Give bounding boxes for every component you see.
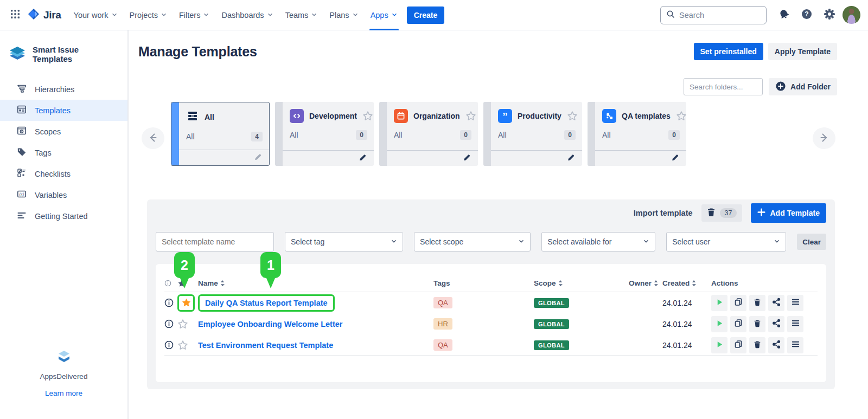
star-outline-icon[interactable] (676, 111, 687, 121)
folder-name: Development (309, 112, 357, 120)
column-header-created[interactable]: Created (662, 279, 711, 287)
star-outline-icon[interactable] (465, 111, 476, 121)
learn-more-link[interactable]: Learn more (45, 389, 82, 397)
delete-action-button[interactable] (749, 337, 765, 353)
checklists-icon (16, 167, 27, 180)
copy-icon (734, 319, 743, 329)
info-icon[interactable] (164, 298, 177, 307)
play-icon (716, 298, 724, 308)
template-name-link[interactable]: Test Environment Request Template (198, 341, 333, 350)
appsdelivered-logo-icon (56, 350, 72, 367)
template-name-link[interactable]: Employee Onboarding Welcome Letter (198, 320, 342, 328)
trash-icon (754, 340, 761, 350)
column-header-scope[interactable]: Scope (534, 279, 629, 287)
info-icon[interactable] (164, 340, 177, 350)
edit-pencil-icon[interactable] (463, 153, 471, 164)
favorite-star-icon[interactable] (177, 340, 198, 351)
clear-filters-button[interactable]: Clear (797, 234, 826, 250)
add-folder-button[interactable]: Add Folder (769, 78, 837, 95)
copy-action-button[interactable] (730, 316, 746, 332)
grid-icon (10, 9, 20, 21)
add-folder-label: Add Folder (790, 82, 831, 91)
create-button[interactable]: Create (407, 7, 445, 24)
share-action-button[interactable] (768, 316, 784, 332)
sidebar-item-variables[interactable]: (x) Variables (0, 184, 127, 205)
sidebar-item-getting-started[interactable]: Getting Started (0, 205, 127, 227)
share-action-button[interactable] (768, 337, 784, 353)
folder-card-all[interactable]: All All 4 (171, 102, 270, 166)
folder-count-badge: 4 (251, 132, 263, 141)
sidebar-item-tags[interactable]: Tags (0, 142, 127, 163)
add-template-button[interactable]: Add Template (751, 203, 826, 223)
nav-apps[interactable]: Apps (365, 0, 404, 30)
star-outline-icon[interactable] (362, 111, 373, 121)
nav-your-work[interactable]: Your work (68, 0, 124, 30)
card-stripe (379, 102, 387, 166)
user-avatar[interactable] (843, 6, 860, 24)
nav-plans[interactable]: Plans (323, 0, 364, 30)
folder-card-development[interactable]: Development All 0 (275, 102, 374, 166)
column-header-actions: Actions (711, 279, 818, 287)
info-icon[interactable] (164, 319, 177, 328)
nav-filters[interactable]: Filters (173, 0, 215, 30)
nav-projects[interactable]: Projects (124, 0, 173, 30)
sidebar-item-label: Variables (35, 191, 67, 199)
nav-dashboards[interactable]: Dashboards (215, 0, 279, 30)
more-menu-button[interactable] (787, 295, 803, 311)
filter-scope-select[interactable]: Select scope (414, 232, 531, 252)
folder-card-productivity[interactable]: ” Productivity All 0 (483, 102, 582, 166)
sidebar-item-templates[interactable]: Templates (0, 100, 127, 121)
trash-count-badge: 37 (720, 208, 737, 218)
notifications-button[interactable] (774, 5, 794, 25)
import-template-link[interactable]: Import template (634, 209, 693, 217)
edit-pencil-icon[interactable] (567, 153, 575, 164)
copy-icon (734, 340, 743, 350)
copy-action-button[interactable] (730, 295, 746, 311)
apply-action-button[interactable] (711, 337, 727, 353)
sidebar-item-checklists[interactable]: Checklists (0, 163, 127, 184)
set-preinstalled-button[interactable]: Set preinstalled (694, 43, 763, 60)
trash-bin-button[interactable]: 37 (701, 204, 743, 222)
help-button[interactable]: ? (797, 5, 816, 25)
search-folders-input[interactable] (684, 78, 763, 95)
folder-card-organization[interactable]: Organization All 0 (379, 102, 478, 166)
apply-template-button[interactable]: Apply Template (768, 43, 837, 60)
jira-logo-text: Jira (43, 9, 61, 21)
annotation-highlight-star (177, 294, 195, 312)
edit-pencil-icon[interactable] (671, 153, 679, 164)
app-switcher-button[interactable] (5, 5, 25, 25)
global-search-input[interactable] (679, 11, 755, 20)
share-icon (772, 298, 781, 308)
share-action-button[interactable] (768, 295, 784, 311)
nav-teams[interactable]: Teams (279, 0, 324, 30)
global-search[interactable] (660, 6, 767, 24)
filter-user-select[interactable]: Select user (666, 232, 786, 252)
more-menu-button[interactable] (787, 316, 803, 332)
delete-action-button[interactable] (749, 295, 765, 311)
sidebar-item-hierarchies[interactable]: Hierarchies (0, 79, 127, 100)
delete-action-button[interactable] (749, 316, 765, 332)
favorite-star-icon[interactable] (177, 319, 198, 330)
apply-action-button[interactable] (711, 295, 727, 311)
column-header-owner[interactable]: Owner (629, 279, 662, 287)
column-header-name[interactable]: Name (198, 279, 433, 287)
copy-action-button[interactable] (730, 337, 746, 353)
template-name-link[interactable]: Daily QA Status Report Template (205, 299, 328, 307)
filter-available-for-value: Select available for (547, 237, 611, 246)
filter-template-name-input[interactable] (156, 232, 274, 252)
carousel-next-button[interactable] (813, 127, 835, 149)
filter-tag-select[interactable]: Select tag (285, 232, 403, 252)
jira-logo[interactable]: Jira (25, 8, 68, 23)
annotation-marker-tail (178, 274, 190, 288)
more-menu-button[interactable] (787, 337, 803, 353)
favorite-star-icon[interactable] (181, 298, 192, 308)
star-outline-icon[interactable] (567, 111, 578, 121)
settings-button[interactable] (820, 5, 839, 25)
apply-action-button[interactable] (711, 316, 727, 332)
folder-card-qa-templates[interactable]: QA templates All 0 (588, 102, 686, 166)
filter-available-for-select[interactable]: Select available for (541, 232, 655, 252)
edit-pencil-icon[interactable] (359, 153, 367, 164)
sidebar-item-scopes[interactable]: Scopes (0, 121, 127, 142)
filter-user-value: Select user (672, 237, 710, 246)
carousel-prev-button[interactable] (142, 127, 164, 149)
